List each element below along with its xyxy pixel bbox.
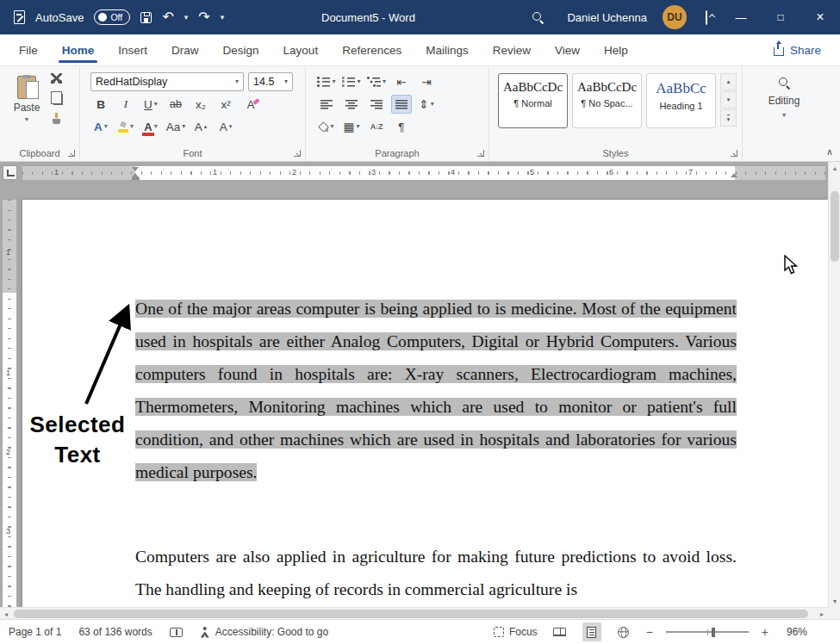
align-left-button[interactable] xyxy=(316,95,337,114)
numbering-button[interactable]: ▾ xyxy=(341,72,362,91)
grow-font-button[interactable]: A▴ xyxy=(190,117,211,136)
italic-button[interactable]: I xyxy=(115,95,136,114)
zoom-level[interactable]: 96% xyxy=(781,626,807,638)
font-dialog-launcher-icon[interactable] xyxy=(294,150,301,157)
proofing-icon[interactable] xyxy=(170,628,183,637)
tab-design[interactable]: Design xyxy=(211,34,271,65)
font-family-select[interactable]: RedHatDisplay ▾ xyxy=(90,72,244,91)
zoom-slider-thumb[interactable] xyxy=(712,628,716,637)
close-button[interactable]: × xyxy=(800,0,840,34)
styles-scroll-up-icon[interactable]: ▴ xyxy=(720,73,737,90)
paste-button[interactable]: Paste ▾ xyxy=(7,72,47,139)
web-layout-button[interactable] xyxy=(614,622,633,641)
bold-button[interactable]: B xyxy=(90,95,111,114)
save-icon[interactable] xyxy=(140,12,152,23)
shading-button[interactable]: ▾ xyxy=(316,117,337,136)
sort-button[interactable]: A↓Z xyxy=(366,117,387,136)
account-name[interactable]: Daniel Uchenna xyxy=(567,11,647,24)
justify-button[interactable] xyxy=(391,95,412,114)
tab-home[interactable]: Home xyxy=(50,34,107,65)
maximize-button[interactable]: □ xyxy=(761,0,800,34)
clipboard-dialog-launcher-icon[interactable] xyxy=(68,150,75,157)
highlight-color-button[interactable]: ▾ xyxy=(115,117,136,136)
show-hide-marks-button[interactable]: ¶ xyxy=(391,117,412,136)
styles-scroll-down-icon[interactable]: ▾ xyxy=(720,91,737,108)
vertical-scrollbar[interactable]: ▴ ▾ xyxy=(828,162,840,607)
bullets-button[interactable]: ▾ xyxy=(316,72,337,91)
minimize-button[interactable]: — xyxy=(721,0,761,34)
align-right-button[interactable] xyxy=(366,95,387,114)
increase-indent-button[interactable]: ⇥ xyxy=(416,72,437,91)
tab-review[interactable]: Review xyxy=(481,34,543,65)
style-no-spacing[interactable]: AaBbCcDc ¶ No Spac... xyxy=(572,73,642,128)
vertical-scrollbar-thumb[interactable] xyxy=(831,191,839,262)
underline-button[interactable]: U▾ xyxy=(140,95,161,114)
horizontal-scrollbar[interactable]: ◂ ▸ xyxy=(0,607,828,619)
paragraph-dialog-launcher-icon[interactable] xyxy=(477,150,484,157)
tab-file[interactable]: File xyxy=(7,34,50,65)
ribbon-display-options[interactable] xyxy=(706,11,707,24)
style-normal[interactable]: AaBbCcDc ¶ Normal xyxy=(498,73,568,128)
change-case-button[interactable]: Aa▾ xyxy=(165,117,186,136)
print-layout-button[interactable] xyxy=(582,622,601,641)
autosave-toggle[interactable]: Off xyxy=(94,9,130,25)
align-center-button[interactable] xyxy=(341,95,362,114)
styles-dialog-launcher-icon[interactable] xyxy=(731,150,737,157)
font-size-select[interactable]: 14.5 ▾ xyxy=(248,72,293,91)
tab-draw[interactable]: Draw xyxy=(159,34,211,65)
cut-icon[interactable] xyxy=(51,73,62,84)
font-color-button[interactable]: A▾ xyxy=(140,117,161,136)
zoom-out-icon[interactable]: − xyxy=(646,625,653,639)
styles-more-icon[interactable]: ▾ xyxy=(720,109,737,127)
scroll-left-icon[interactable]: ◂ xyxy=(0,608,12,620)
left-indent-marker[interactable] xyxy=(132,177,140,181)
multilevel-list-button[interactable]: ▾ xyxy=(366,72,387,91)
line-spacing-button[interactable]: ⇕▾ xyxy=(416,95,437,114)
share-button[interactable]: Share xyxy=(774,44,821,57)
format-painter-icon[interactable] xyxy=(52,113,61,125)
tab-view[interactable]: View xyxy=(543,34,592,65)
word-count[interactable]: 63 of 136 words xyxy=(78,626,152,638)
focus-mode-button[interactable]: Focus xyxy=(494,626,538,638)
superscript-button[interactable]: x² xyxy=(215,95,236,114)
copy-icon[interactable] xyxy=(53,94,63,105)
tab-layout[interactable]: Layout xyxy=(271,34,331,65)
redo-icon[interactable]: ↷ xyxy=(198,10,209,24)
strikethrough-button[interactable]: ab xyxy=(165,95,186,114)
borders-button[interactable]: ▦▾ xyxy=(341,117,362,136)
text-effects-button[interactable]: A▾ xyxy=(90,117,111,136)
right-indent-marker[interactable] xyxy=(731,173,737,177)
zoom-in-icon[interactable]: + xyxy=(762,625,768,639)
document-page[interactable]: One of the major areas computer is being… xyxy=(22,200,828,607)
scroll-right-icon[interactable]: ▸ xyxy=(816,608,828,620)
paragraph-medicine[interactable]: One of the major areas computer is being… xyxy=(135,293,737,489)
scroll-up-icon[interactable]: ▴ xyxy=(829,162,840,174)
undo-chevron-icon[interactable]: ▾ xyxy=(184,13,189,22)
accessibility-status[interactable]: Accessibility: Good to go xyxy=(200,626,328,638)
tab-selector[interactable] xyxy=(3,165,17,180)
tab-mailings[interactable]: Mailings xyxy=(414,34,481,65)
decrease-indent-button[interactable]: ⇤ xyxy=(391,72,412,91)
clipboard-group: Paste ▾ Clipboard xyxy=(0,66,80,161)
collapse-ribbon-icon[interactable]: ∧ xyxy=(826,146,833,158)
read-mode-button[interactable] xyxy=(551,622,569,641)
tab-insert[interactable]: Insert xyxy=(106,34,159,65)
page-indicator[interactable]: Page 1 of 1 xyxy=(9,626,61,638)
undo-icon[interactable]: ↶ xyxy=(162,10,173,24)
subscript-button[interactable]: x₂ xyxy=(190,95,211,114)
zoom-slider[interactable] xyxy=(666,631,749,633)
shrink-font-button[interactable]: A▾ xyxy=(215,117,236,136)
search-icon[interactable] xyxy=(532,11,544,24)
selected-text[interactable]: One of the major areas computer is being… xyxy=(135,300,737,481)
style-heading-1[interactable]: AaBbCc Heading 1 xyxy=(646,73,716,128)
scro ll-down-icon[interactable]: ▾ xyxy=(829,595,840,607)
paragraph-agriculture[interactable]: Computers are also applied in agricultur… xyxy=(135,541,737,606)
customize-toolbar-chevron-icon[interactable]: ▾ xyxy=(221,13,225,22)
first-line-indent-marker[interactable] xyxy=(132,167,139,171)
avatar[interactable]: DU xyxy=(663,5,687,29)
horizontal-scrollbar-thumb[interactable] xyxy=(14,610,808,618)
editing-button[interactable]: Editing ▾ xyxy=(743,77,825,119)
clear-formatting-button[interactable]: A xyxy=(240,95,261,114)
tab-help[interactable]: Help xyxy=(592,34,640,65)
tab-references[interactable]: References xyxy=(330,34,414,65)
